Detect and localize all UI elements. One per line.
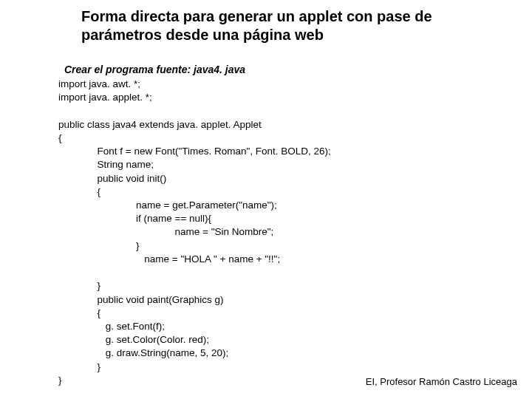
code-block: import java. awt. *; import java. applet…	[58, 78, 331, 387]
slide-subtitle: Crear el programa fuente: java4. java	[64, 64, 245, 75]
slide-title: Forma directa para generar un applet con…	[81, 7, 495, 44]
footer-credit: EI, Profesor Ramón Castro Liceaga	[366, 376, 517, 387]
